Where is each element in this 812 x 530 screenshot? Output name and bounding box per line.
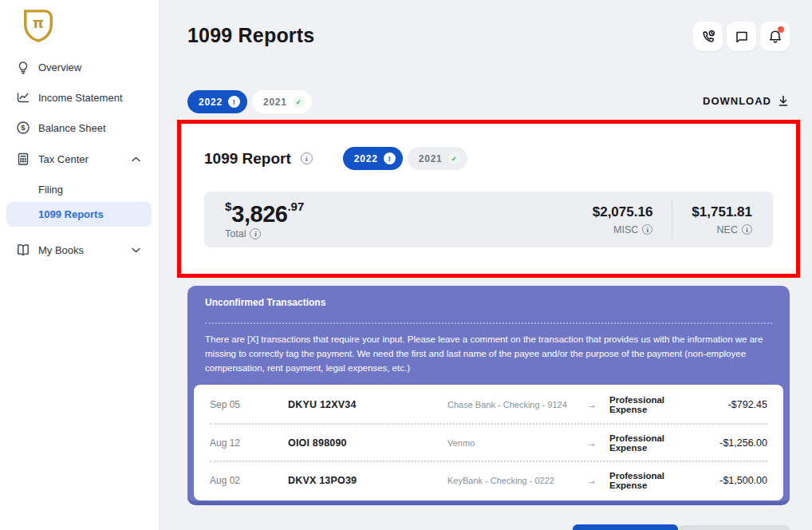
secondary-button-cutoff[interactable] (679, 525, 790, 530)
svg-text:$: $ (21, 123, 26, 132)
notifications-button[interactable] (760, 22, 790, 51)
tx-account: KeyBank - Checking - 0222 (447, 476, 587, 485)
alert-badge-icon: ! (384, 152, 396, 164)
tx-id: DKYU 12XV34 (288, 399, 447, 410)
tx-date: Sep 05 (210, 399, 288, 410)
total-stat: $3,826.97 Totali (225, 200, 304, 239)
download-label: DOWNLOAD (703, 95, 771, 107)
chat-button[interactable] (727, 22, 756, 51)
card-tab-year-2021[interactable]: 2021 ✓ (408, 147, 467, 170)
misc-stat: $2,075.16 MISCi (593, 204, 653, 235)
tab-year-2021[interactable]: 2021 ✓ (252, 90, 312, 113)
tx-category: Professional Expense (609, 395, 672, 414)
svg-text:π: π (33, 14, 44, 31)
tab-year-2022[interactable]: 2022 ! (187, 90, 247, 113)
tx-amount: -$1,256.00 (672, 437, 767, 449)
transaction-row[interactable]: Aug 12 OIOI 898090 Venmo → Professional … (210, 423, 767, 461)
sidebar-item-label: 1099 Reports (38, 208, 104, 220)
page-title: 1099 Reports (187, 24, 314, 47)
transactions-list: Sep 05 DKYU 12XV34 Chase Bank - Checking… (194, 385, 783, 500)
app-logo-pi-shield[interactable]: π (22, 7, 55, 44)
info-icon[interactable]: i (742, 224, 752, 235)
sidebar-item-label: Balance Sheet (38, 122, 106, 134)
card-tab-year-2022[interactable]: 2022 ! (343, 147, 403, 170)
info-icon[interactable]: i (642, 224, 652, 235)
year-tabs: 2022 ! 2021 ✓ (187, 90, 312, 113)
sidebar-item-label: Tax Center (38, 153, 89, 165)
sidebar: π Overview Income Statement $ Balance Sh… (0, 0, 160, 530)
report-card-1099: 1099 Report i 2022 ! 2021 ✓ $3,826.97 To… (181, 124, 796, 274)
alert-badge-icon: ! (228, 96, 240, 108)
sidebar-item-filing[interactable]: Filing (0, 179, 160, 200)
annotation-highlight-box: 1099 Report i 2022 ! 2021 ✓ $3,826.97 To… (177, 120, 800, 278)
chevron-up-icon (132, 156, 140, 162)
tx-category: Professional Expense (609, 433, 672, 453)
sidebar-item-1099-reports[interactable]: 1099 Reports (6, 202, 152, 227)
check-badge-icon: ✓ (448, 152, 460, 164)
sidebar-item-label: Filing (38, 184, 63, 196)
panel-title: Unconfirmed Transactions (205, 297, 325, 308)
dotted-divider (205, 322, 772, 324)
sidebar-item-label: Income Statement (38, 92, 123, 104)
tab-label: 2021 (263, 97, 287, 108)
book-icon (16, 243, 30, 257)
report-card-year-tabs: 2022 ! 2021 ✓ (343, 147, 467, 170)
report-totals-bar: $3,826.97 Totali $2,075.16 MISCi $1,751.… (204, 192, 773, 247)
total-label: Total (225, 228, 246, 239)
sidebar-item-label: My Books (38, 244, 84, 256)
tx-amount: -$792.45 (672, 399, 767, 410)
tx-amount: -$1,500.00 (672, 475, 767, 486)
tab-label: 2021 (419, 153, 443, 164)
dollar-circle-icon: $ (16, 121, 30, 135)
tx-id: DKVX 13PO39 (288, 475, 447, 486)
download-button[interactable]: DOWNLOAD (703, 95, 789, 107)
tx-id: OIOI 898090 (288, 437, 447, 449)
sidebar-item-my-books[interactable]: My Books (0, 239, 160, 260)
check-badge-icon: ✓ (293, 96, 305, 108)
lightbulb-icon (16, 60, 30, 74)
tab-label: 2022 (199, 97, 223, 108)
tx-category: Professional Expense (609, 471, 672, 490)
nec-stat: $1,751.81 NECi (692, 204, 752, 235)
tx-account: Chase Bank - Checking - 9124 (447, 400, 587, 409)
nec-amount: $1,751.81 (692, 204, 752, 220)
sidebar-item-tax-center[interactable]: Tax Center (0, 148, 160, 169)
arrow-right-icon: → (587, 475, 609, 486)
total-amount: $3,826.97 (225, 200, 304, 226)
vertical-divider (672, 200, 672, 239)
primary-button-cutoff[interactable] (573, 524, 678, 530)
phone-support-button[interactable] (693, 22, 723, 51)
arrow-right-icon: → (587, 399, 609, 410)
sidebar-item-label: Overview (38, 61, 81, 73)
chevron-down-icon (132, 247, 140, 253)
sidebar-item-balance-sheet[interactable]: $ Balance Sheet (0, 117, 160, 138)
report-card-title: 1099 Report (204, 150, 291, 168)
total-dollars: 3,826 (231, 201, 287, 227)
nec-label: NEC (717, 224, 738, 235)
chat-bubble-icon (734, 29, 750, 45)
total-cents: .97 (287, 200, 304, 213)
transaction-row[interactable]: Sep 05 DKYU 12XV34 Chase Bank - Checking… (210, 386, 767, 423)
sidebar-item-overview[interactable]: Overview (0, 57, 160, 77)
download-icon (778, 95, 789, 107)
tab-label: 2022 (354, 153, 378, 164)
phone-icon (700, 29, 716, 45)
sidebar-item-income-statement[interactable]: Income Statement (0, 87, 160, 108)
notification-dot (778, 26, 784, 33)
tx-account: Venmo (447, 438, 587, 448)
misc-amount: $2,075.16 (593, 204, 653, 220)
tx-date: Aug 02 (210, 475, 288, 486)
misc-label: MISC (613, 224, 638, 235)
arrow-right-icon: → (587, 437, 609, 449)
panel-description: There are [X] transactions that require … (205, 333, 774, 375)
info-icon[interactable]: i (301, 152, 313, 164)
transaction-row[interactable]: Aug 02 DKVX 13PO39 KeyBank - Checking - … (210, 461, 767, 499)
tx-date: Aug 12 (210, 437, 288, 449)
unconfirmed-transactions-panel: Unconfirmed Transactions There are [X] t… (187, 286, 790, 505)
header-actions (693, 22, 790, 51)
calculator-icon (16, 152, 30, 166)
line-chart-icon (16, 90, 30, 105)
info-icon[interactable]: i (250, 228, 261, 239)
